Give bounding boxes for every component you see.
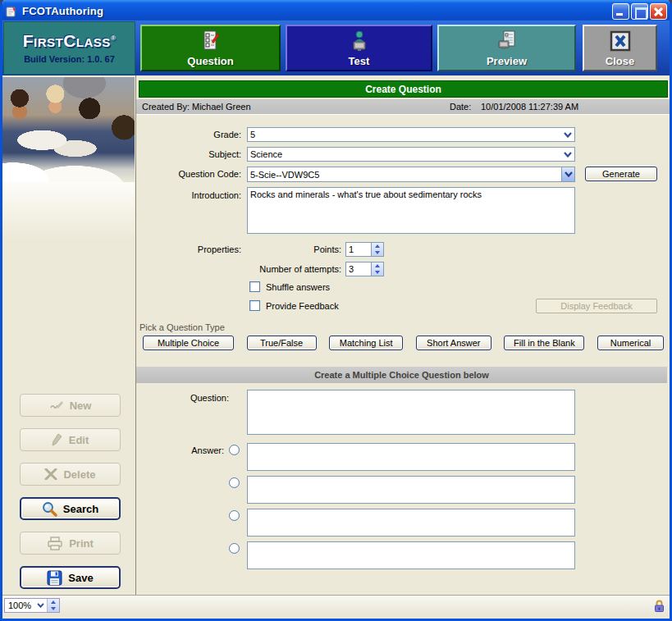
chevron-down-icon[interactable] — [34, 599, 47, 612]
spinner-down-icon[interactable] — [372, 249, 383, 256]
date-label: Date: — [450, 102, 471, 112]
nav-preview-button[interactable]: Preview — [437, 25, 576, 71]
question-type-section-label: Pick a Question Type — [139, 322, 225, 332]
question-label: Question: — [136, 393, 229, 403]
question-code-value[interactable] — [248, 167, 561, 181]
brand-registered-mark: ® — [111, 34, 116, 42]
generate-button[interactable]: Generate — [585, 167, 657, 181]
sidebar: New Edit Delete Search — [2, 75, 135, 595]
x-icon — [44, 468, 57, 480]
provide-feedback-checkbox[interactable] — [249, 300, 260, 311]
fill-in-the-blank-button[interactable]: Fill in the Blank — [504, 336, 584, 350]
chevron-down-icon[interactable] — [561, 167, 574, 181]
attempts-stepper[interactable] — [345, 262, 384, 276]
nav-close-button[interactable]: Close — [583, 25, 657, 71]
points-spinner[interactable] — [371, 242, 384, 257]
search-button-label: Search — [63, 503, 98, 515]
grade-label: Grade: — [136, 130, 241, 139]
display-feedback-button[interactable]: Display Feedback — [536, 299, 657, 313]
grade-value[interactable] — [248, 128, 561, 141]
zoom-control[interactable]: 100% — [4, 598, 60, 613]
spinner-up-icon[interactable] — [48, 599, 59, 605]
answer-input-1[interactable] — [247, 443, 575, 471]
spinner-down-icon[interactable] — [372, 269, 383, 276]
answer-radio-4[interactable] — [229, 543, 240, 554]
page-title-bar: Create Question — [139, 80, 668, 98]
main-panel: Create Question Created By: Michael Gree… — [135, 75, 670, 595]
answer-input-4[interactable] — [247, 541, 575, 569]
spinner-up-icon[interactable] — [372, 263, 383, 269]
matching-list-button[interactable]: Matching List — [329, 336, 403, 350]
answer-radio-2[interactable] — [229, 477, 240, 488]
date-value: 10/01/2008 11:27:39 AM — [481, 102, 578, 112]
answer-radio-3[interactable] — [229, 510, 240, 521]
nav-preview-label: Preview — [487, 55, 527, 67]
properties-label: Properties: — [136, 244, 241, 254]
short-answer-button[interactable]: Short Answer — [416, 336, 491, 350]
grade-select[interactable] — [247, 127, 575, 142]
spinner-down-icon[interactable] — [48, 605, 59, 612]
nav-question-label: Question — [187, 55, 233, 67]
chevron-down-icon[interactable] — [561, 128, 574, 141]
zoom-spinner[interactable] — [47, 599, 59, 612]
close-button[interactable] — [650, 3, 667, 20]
search-button[interactable]: Search — [20, 497, 121, 520]
answer-radio-1[interactable] — [229, 445, 240, 455]
meta-strip: Created By: Michael Green Date: 10/01/20… — [136, 99, 670, 115]
page-title: Create Question — [365, 84, 441, 95]
zoom-value[interactable]: 100% — [5, 599, 34, 612]
created-by-label: Created By: — [142, 102, 190, 112]
maximize-button[interactable] — [631, 3, 648, 20]
brand-panel: FirstClass® Build Version: 1.0. 67 — [3, 21, 135, 75]
introduction-textarea[interactable]: Rocks and minerals - what's true about s… — [247, 187, 575, 234]
question-textarea[interactable] — [247, 390, 575, 435]
question-type-buttons: Multiple Choice True/False Matching List… — [143, 336, 664, 350]
numerical-button[interactable]: Numerical — [597, 336, 664, 350]
subject-select[interactable] — [247, 147, 575, 162]
attempts-spinner[interactable] — [371, 262, 384, 276]
floppy-disk-icon — [47, 570, 62, 586]
edit-button[interactable]: Edit — [20, 428, 121, 451]
photo-fade — [2, 182, 135, 240]
padlock-icon — [654, 600, 665, 613]
new-button[interactable]: New — [20, 394, 121, 417]
checklist-pencil-icon — [201, 30, 221, 53]
nav-question-button[interactable]: Question — [140, 25, 281, 71]
pencil-icon — [52, 433, 63, 446]
question-code-select[interactable] — [247, 167, 575, 182]
shuffle-answers-checkbox[interactable] — [249, 281, 260, 292]
answer-input-3[interactable] — [247, 509, 575, 537]
attempts-value[interactable] — [345, 262, 371, 276]
app-window: FCOTAuthoring FirstClass® Build Version:… — [0, 0, 672, 621]
chevron-down-icon[interactable] — [561, 148, 574, 161]
multiple-choice-button[interactable]: Multiple Choice — [143, 336, 234, 350]
delete-button[interactable]: Delete — [20, 463, 121, 486]
printer-icon — [47, 537, 63, 550]
nav-test-button[interactable]: Test — [286, 25, 432, 71]
save-button[interactable]: Save — [20, 566, 121, 589]
edit-button-label: Edit — [69, 434, 89, 446]
save-button-label: Save — [68, 572, 93, 584]
spinner-up-icon[interactable] — [372, 243, 383, 249]
status-bar: 100% — [2, 595, 670, 616]
build-version: Build Version: 1.0. 67 — [24, 54, 115, 64]
provide-feedback-label: Provide Feedback — [266, 301, 339, 311]
answer-input-2[interactable] — [247, 476, 575, 504]
points-stepper[interactable] — [345, 242, 384, 257]
introduction-label: Introduction: — [136, 190, 241, 200]
nav-close-label: Close — [606, 55, 634, 67]
window-title: FCOTAuthoring — [22, 5, 103, 17]
print-button[interactable]: Print — [20, 532, 121, 555]
classroom-photo — [2, 77, 135, 182]
shuffle-answers-label: Shuffle answers — [266, 282, 330, 292]
answer-label: Answer: — [136, 445, 224, 455]
minimize-button[interactable] — [612, 3, 629, 20]
true-false-button[interactable]: True/False — [247, 336, 317, 350]
points-value[interactable] — [345, 242, 371, 257]
subject-label: Subject: — [136, 149, 241, 159]
app-icon — [5, 5, 18, 18]
subject-value[interactable] — [248, 148, 561, 161]
title-bar: FCOTAuthoring — [0, 0, 672, 22]
magnifier-icon — [42, 501, 57, 517]
brand-logo: FirstClass® — [23, 32, 117, 49]
